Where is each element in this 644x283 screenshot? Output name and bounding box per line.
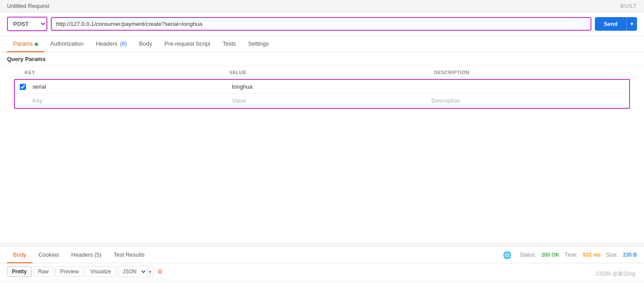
watermark: CSDN @童话ing [596,270,635,278]
visualize-button[interactable]: Visualize [85,266,116,277]
format-select-arrow-icon: ▾ [147,268,153,276]
table-row: serial tonghua [15,80,629,93]
response-tab-body[interactable]: Body [7,247,32,263]
preview-button[interactable]: Preview [55,266,84,277]
send-dropdown-button[interactable]: ▾ [626,17,637,31]
tab-params[interactable]: Params [7,36,44,52]
globe-icon: 🌐 [503,251,512,259]
tab-body[interactable]: Body [133,36,158,52]
format-select[interactable]: JSON XML HTML Text [118,266,147,277]
section-divider [0,244,644,247]
empty-value[interactable]: Value [230,96,430,106]
tab-prerequest[interactable]: Pre-request Script [158,36,217,52]
empty-desc[interactable]: Description [430,96,629,106]
query-params-title: Query Params [0,52,644,66]
wrap-icon[interactable]: ≡ [155,266,165,277]
tab-settings[interactable]: Settings [242,36,275,52]
tab-headers[interactable]: Headers (8) [90,36,133,52]
params-header: KEY VALUE DESCRIPTION [7,68,637,77]
params-highlighted-rows: serial tonghua Key Value Description [14,79,630,109]
row-checkbox[interactable] [20,84,26,90]
tab-tests[interactable]: Tests [217,36,242,52]
desc-header: DESCRIPTION [432,70,637,75]
row-value[interactable]: tonghua [230,82,430,92]
pretty-button[interactable]: Pretty [7,266,32,277]
status-time: 932 ms [583,252,601,258]
method-select[interactable]: POST GET PUT DELETE [7,17,47,31]
params-table-container: KEY VALUE DESCRIPTION serial tonghua Key… [0,66,644,112]
empty-key[interactable]: Key [31,96,230,106]
response-tab-headers[interactable]: Headers (5) [65,247,108,263]
top-bar: Untitled Request BUILT [0,0,644,12]
send-button[interactable]: Send [595,17,626,31]
built-label: BUILT [620,3,637,9]
format-select-wrapper: JSON XML HTML Text ▾ [118,266,153,277]
key-header: KEY [23,70,228,75]
value-header: VALUE [228,70,432,75]
response-tabs: Body Cookies Headers (5) Test Results [7,247,151,263]
raw-button[interactable]: Raw [33,266,53,277]
params-section: Query Params KEY VALUE DESCRIPTION seria… [0,52,644,236]
response-status: 🌐 Status: 200 OK Time: 932 ms Size: 235 … [503,251,637,259]
response-tab-test-results[interactable]: Test Results [107,247,151,263]
request-bar: POST GET PUT DELETE Send ▾ [0,12,644,36]
response-tabs-row: Body Cookies Headers (5) Test Results 🌐 … [0,247,644,263]
status-size: 235 B [623,252,637,258]
row-checkbox-cell[interactable] [15,84,31,90]
send-btn-wrapper: Send ▾ [595,17,637,31]
params-badge [35,43,38,46]
window-title: Untitled Request [7,3,49,9]
empty-row: Key Value Description [15,93,629,108]
url-input[interactable] [51,17,591,31]
row-key[interactable]: serial [31,82,230,92]
response-body: 1 { 2 "code": 200, 3 "message": "插入数据库成功… [0,280,644,283]
tab-authorization[interactable]: Authorization [44,36,90,52]
status-ok: 200 OK [541,252,559,258]
response-section: Body Cookies Headers (5) Test Results 🌐 … [0,247,644,283]
response-tab-cookies[interactable]: Cookies [32,247,65,263]
request-tabs: Params Authorization Headers (8) Body Pr… [0,36,644,52]
row-desc[interactable] [430,85,629,89]
format-bar: Pretty Raw Preview Visualize JSON XML HT… [0,263,644,280]
